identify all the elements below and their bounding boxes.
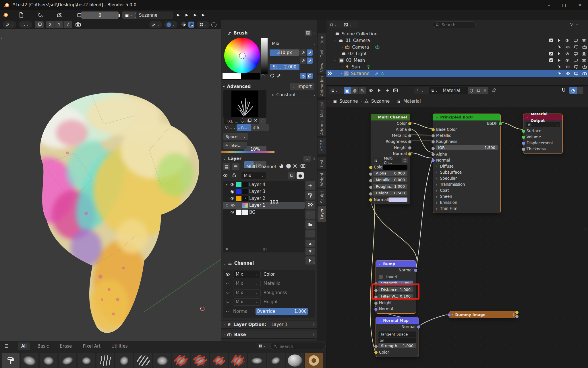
layer-swatch[interactable] [236,189,241,194]
world-shader-toggle[interactable]: ◍ [351,87,358,94]
clone-icon[interactable] [35,21,44,28]
output-normal[interactable]: Normal [376,324,419,330]
active-object-field[interactable]: Suzanne [136,12,173,19]
color-wheel-cursor[interactable] [239,53,245,59]
output-roughness[interactable]: Roughness [371,139,410,145]
render-disable-icon[interactable] [582,51,586,56]
material-fake-user-icon[interactable] [468,87,475,94]
layer-row[interactable]: Layer 4 [223,181,305,188]
add-layer-set-icon[interactable]: ▤ [223,163,230,170]
tab-basic[interactable]: Basic [34,342,53,350]
tab-utilities[interactable]: Utilities [108,342,131,350]
panel-grip[interactable]: ⠿ [313,323,315,326]
eye-closed-icon[interactable] [225,309,230,314]
brush-thumbnail[interactable] [191,353,209,368]
section-sheen[interactable]: ›Sheen [433,193,500,200]
output-bsdf[interactable]: BSDF [433,120,500,126]
eye-icon[interactable] [229,210,235,214]
panel-grip[interactable]: ⠿ [313,262,316,265]
exclude-checkbox-icon[interactable] [549,58,553,62]
object-shader-toggle[interactable]: ▣ [344,87,351,94]
outliner-search-input[interactable] [441,22,473,27]
input-ior[interactable]: IOR1.500 [433,145,500,151]
layer-swatch[interactable] [236,210,241,215]
tab-mat-list[interactable]: Mat List [318,100,326,119]
layer-swatch[interactable] [236,196,241,201]
pin-icon[interactable] [492,88,496,93]
eye-closed-icon[interactable] [225,281,230,286]
layer-panel-header[interactable]: ⌄ Layer ⌄ ⠿ [223,155,316,162]
channel-blend-dropdown[interactable]: Mix⌄ [233,289,261,296]
input-thickness[interactable]: Thickness [523,146,562,152]
render-disable-icon[interactable] [582,71,587,76]
shading-wireframe-icon[interactable] [211,22,216,27]
layer-row-selected[interactable]: Layer 1 [223,202,305,209]
texture-name[interactable]: Multi Ch... [382,158,401,163]
blender-menu-icon[interactable] [2,12,9,18]
eye-icon[interactable] [229,182,235,187]
viewport-disable-icon[interactable] [574,71,579,76]
interpolate-toggle[interactable]: ∿ Inter... [223,142,247,149]
unlink-texture-icon[interactable]: ✕ [254,118,258,123]
texture-selector[interactable]: ⌄ Multi Ch... [373,158,408,163]
hide-eye-icon[interactable] [565,51,570,56]
input-metallic[interactable]: Metallic [433,133,500,139]
paint-tool-dropdown[interactable]: ⌄ [3,21,16,28]
tab-view[interactable]: View [318,60,326,74]
play-jump-start-icon[interactable]: ▶ [177,13,180,17]
layer-row[interactable]: BG [223,209,305,216]
material-copy-icon[interactable] [475,87,481,94]
output-alpha[interactable]: Alpha [371,126,410,133]
strength-slider[interactable]: Strength1.000 [376,343,419,349]
sun-preview-icon[interactable] [293,164,297,168]
layer-mask-icon[interactable]: ● [297,172,304,179]
layer-thumbnail[interactable] [242,203,248,208]
channel-row[interactable]: Mix⌄ Color [223,270,315,279]
section-coat[interactable]: ›Coat [433,187,500,193]
swap-colors-dot[interactable] [262,74,264,77]
falloff-dropdown[interactable]: ∴⌄ [19,21,32,28]
layer-eye-icon[interactable] [223,173,228,178]
remove-layer-button[interactable]: − [305,230,315,237]
layer-row[interactable]: ◉ Layer 3 [223,188,305,195]
tab-pixel-art[interactable]: Pixel Art [79,342,104,350]
layer-thumbnail[interactable] [242,182,248,187]
brush-thumbnail[interactable] [134,353,152,368]
brush-thumbnail[interactable] [172,353,190,368]
proportional-dropdown[interactable]: ◠⌄ [164,21,177,28]
layer-thumbnail[interactable] [242,196,248,201]
output-color[interactable]: Color [371,120,410,126]
selectable-icon[interactable] [557,51,561,56]
tab-hoge[interactable]: HOGE [318,138,326,154]
collapse-icon[interactable]: ⌄ [526,114,529,120]
outliner-row-03-mesh[interactable]: ⌄ 03_Mesh [326,57,588,64]
list-resize-grip[interactable]: ⠿⠿ [263,248,268,251]
collapse-icon[interactable]: ⌄ [334,39,336,42]
layer-set-menu-icon[interactable]: ☰ [232,163,239,170]
outliner-row-sun[interactable]: › Sun [326,64,588,70]
node-header[interactable]: ⌄ Bump [376,260,416,267]
brush-thumbnail[interactable] [40,353,57,368]
brush-color-icon[interactable] [276,73,281,78]
viewport-3d[interactable]: › [0,29,221,341]
fill-layer-button[interactable] [305,191,315,200]
object-type-dropdown[interactable]: ▣⌄ [122,12,135,19]
value-slider[interactable] [261,38,268,74]
node-header[interactable]: ⌄ Material Output [523,114,562,120]
input-alpha[interactable]: Alpha0.000 [371,171,410,177]
panel-grip[interactable]: ⠿ [313,333,315,336]
node-principled-bsdf[interactable]: ⌄ Principled BSDF BSDF Base Color Metall… [433,114,501,213]
checkbox[interactable] [379,275,383,279]
filter-funnel-icon[interactable] [569,22,574,27]
breadcrumb-expand-icon[interactable]: › [327,99,328,103]
radio-selected-icon[interactable]: ◉ [229,189,235,194]
viewport-disable-icon[interactable] [573,38,578,43]
input-roughness[interactable]: Roughn...1.000 [371,184,410,190]
input-volume[interactable]: Volume [523,134,562,140]
play-prev-icon[interactable]: ▶ [185,13,188,17]
camera-view-icon[interactable] [75,22,81,27]
panel-grip[interactable]: ⠿ [313,32,316,35]
node-normal-map[interactable]: ⌄ Normal Map Normal Tangent Space⌄ Stren… [376,317,419,357]
channel-blend-dropdown[interactable]: Mix⌄ [233,271,261,278]
breadcrumb-mesh[interactable]: Suzanne [371,99,390,104]
